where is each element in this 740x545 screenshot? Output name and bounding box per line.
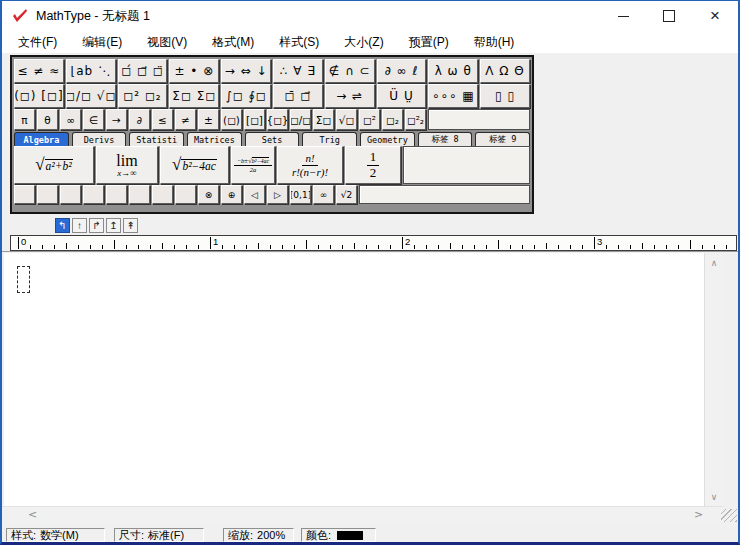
template-palette-button[interactable]: Ü Ṳ (377, 84, 427, 108)
small-symbol-button[interactable]: ± (198, 109, 219, 130)
template-sqrt-discriminant[interactable]: √b²−4ac (160, 146, 229, 184)
symbol-palette-button[interactable]: ◻́ ◻⃗ ◻̈ (118, 59, 168, 83)
alignment-button[interactable]: ↱ (89, 218, 104, 233)
horizontal-scrollbar[interactable]: < > (2, 506, 723, 522)
slot-button[interactable]: [0,1] (290, 185, 311, 204)
template-palette-button[interactable]: (◻) [◻] (14, 84, 64, 108)
equation-canvas[interactable] (4, 253, 704, 507)
small-symbol-button[interactable]: ◻²₂ (405, 109, 426, 130)
template-sqrt-a2-b2[interactable]: √a²+b² (14, 146, 94, 184)
template-palette-button[interactable]: → ⇌ (325, 84, 375, 108)
status-color[interactable]: 颜色: (301, 528, 376, 542)
empty-equation-slot[interactable] (17, 266, 30, 293)
category-tab[interactable]: Matrices (187, 132, 242, 146)
template-one-half[interactable]: 1 2 (345, 146, 401, 184)
small-symbol-button[interactable]: (◻) (221, 109, 242, 130)
slot-button[interactable]: ▷ (267, 185, 288, 204)
maximize-button[interactable] (646, 1, 692, 31)
small-symbol-button[interactable]: ∈ (83, 109, 104, 130)
slot-button[interactable]: ⊕ (221, 185, 242, 204)
menu-item[interactable]: 样式(S) (271, 32, 327, 53)
template-palette-button[interactable]: ◻/◻ √◻ (66, 84, 116, 108)
template-palette-button[interactable]: ∫◻ ∮◻ (221, 84, 271, 108)
symbol-palette-button[interactable]: ∴ ∀ ∃ (273, 59, 323, 83)
category-tab[interactable]: Sets (245, 132, 300, 146)
menu-item[interactable]: 预置(P) (401, 32, 457, 53)
slot-button[interactable]: ◁ (244, 185, 265, 204)
template-palette-button[interactable]: ◻² ◻₂ (118, 84, 168, 108)
small-symbol-button[interactable]: ◻₂ (382, 109, 403, 130)
menu-item[interactable]: 格式(M) (204, 32, 262, 53)
slot-button[interactable] (60, 185, 81, 204)
category-tab[interactable]: Statisti (129, 132, 184, 146)
status-zoom-value: 200% (257, 529, 285, 541)
slot-button[interactable]: √2 (336, 185, 357, 204)
slot-button[interactable] (14, 185, 35, 204)
slot-button[interactable]: ⊗ (198, 185, 219, 204)
category-tab[interactable]: Trig (302, 132, 357, 146)
alignment-button[interactable]: ↑ (72, 218, 87, 233)
slot-button[interactable] (175, 185, 196, 204)
symbol-palette-button[interactable]: ± • ⊗ (169, 59, 219, 83)
menu-item[interactable]: 大小(Z) (336, 32, 391, 53)
small-symbol-button[interactable]: θ (37, 109, 58, 130)
scroll-up-icon[interactable]: ∧ (705, 258, 723, 268)
symbol-palette-button[interactable]: Λ Ω Θ (480, 59, 530, 83)
small-symbol-button[interactable]: ◻/◻ (290, 109, 311, 130)
slot-button[interactable] (152, 185, 173, 204)
symbol-palette-button[interactable]: ≤ ≠ ≈ (14, 59, 64, 83)
slot-button[interactable] (106, 185, 127, 204)
scroll-left-icon[interactable]: < (28, 508, 37, 521)
small-symbol-button[interactable]: {◻} (267, 109, 288, 130)
slot-button[interactable] (37, 185, 58, 204)
minimize-button[interactable] (600, 1, 646, 31)
category-tab[interactable]: Algebra (14, 132, 69, 146)
template-palette-button[interactable]: Σ◻ Σ◻ (169, 84, 219, 108)
small-symbol-button[interactable]: [◻] (244, 109, 265, 130)
slot-button[interactable] (83, 185, 104, 204)
small-symbol-button[interactable]: ◻² (359, 109, 380, 130)
close-button[interactable]: × (692, 1, 738, 31)
menu-item[interactable]: 编辑(E) (74, 32, 130, 53)
alignment-button[interactable]: ↥ (106, 218, 121, 233)
category-tab[interactable]: 标签 8 (418, 132, 473, 146)
small-symbol-button[interactable]: √◻ (336, 109, 357, 130)
template-limit[interactable]: lim x→∞ (96, 146, 158, 184)
status-zoom[interactable]: 缩放: 200% (223, 528, 294, 542)
slot-button[interactable]: ∞ (313, 185, 334, 204)
category-tab[interactable]: Geometry (360, 132, 415, 146)
small-symbol-button[interactable]: → (106, 109, 127, 130)
symbol-palette-button[interactable]: ∂ ∞ ℓ (377, 59, 427, 83)
template-palette-button[interactable]: ∘∘∘ ▦ (428, 84, 478, 108)
radical-sign: √ (35, 155, 44, 175)
menu-item[interactable]: 文件(F) (10, 32, 65, 53)
small-symbol-button[interactable]: ≠ (175, 109, 196, 130)
symbol-palette-button[interactable]: → ⇔ ↓ (221, 59, 271, 83)
symbol-palette-button[interactable]: ∉ ∩ ⊂ (325, 59, 375, 83)
category-tab[interactable]: 标签 9 (475, 132, 530, 146)
menu-item[interactable]: 帮助(H) (466, 32, 523, 53)
status-style[interactable]: 样式: 数学(M) (6, 528, 105, 542)
symbol-palette-button[interactable]: λ ω θ (428, 59, 478, 83)
small-symbol-button[interactable]: ∂ (129, 109, 150, 130)
menu-item[interactable]: 视图(V) (139, 32, 195, 53)
small-symbol-button[interactable]: ∞ (60, 109, 81, 130)
template-combination[interactable]: n! r!(n−r)! (277, 146, 343, 184)
small-symbol-button[interactable]: ≤ (152, 109, 173, 130)
alignment-button[interactable]: ↰ (55, 218, 70, 233)
vertical-scrollbar[interactable]: ∧ ∨ (704, 253, 723, 507)
small-symbol-button[interactable]: π (14, 109, 35, 130)
template-quadratic-formula[interactable]: −b±√b²−4ac 2a (231, 146, 275, 184)
status-size[interactable]: 尺寸: 标准(F) (114, 528, 204, 542)
template-palette-button[interactable]: ▯ ▯ (480, 84, 530, 108)
ruler[interactable]: 0123 (10, 235, 737, 251)
scroll-down-icon[interactable]: ∨ (705, 492, 723, 502)
small-symbol-button[interactable]: Σ◻ (313, 109, 334, 130)
scroll-right-icon[interactable]: > (694, 508, 703, 521)
category-tab[interactable]: Derivs (72, 132, 127, 146)
slot-button[interactable] (129, 185, 150, 204)
alignment-button[interactable]: ↟ (123, 218, 138, 233)
symbol-palette-button[interactable]: ⌊ab ⋱ (66, 59, 116, 83)
template-palette-button[interactable]: ◻̄ ◻⃗ (273, 84, 323, 108)
maximize-icon (663, 10, 675, 22)
